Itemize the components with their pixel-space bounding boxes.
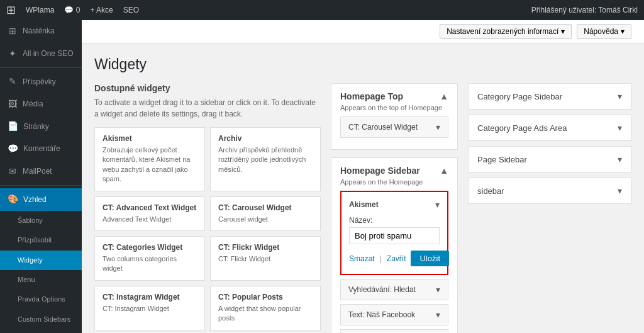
sidebar-item-sablony[interactable]: Šablony	[0, 211, 82, 230]
widget-card-flickr[interactable]: CT: Flickr Widget CT: Flickr Widget	[210, 236, 321, 281]
placed-widget-search[interactable]: Vyhledávání: Hledat ▾	[340, 279, 448, 300]
akismet-name-input[interactable]	[349, 227, 440, 244]
right-area-sidebar[interactable]: sidebar ▾	[468, 178, 631, 204]
akismet-expanded-widget: Akismet ▾ Název: Smazat | Zavřít Uložit	[340, 191, 448, 275]
sidebar-item-stranky[interactable]: 📄 Stránky	[0, 115, 82, 138]
placed-widget-expand[interactable]: ▾	[436, 122, 440, 132]
sidebar-item-editor[interactable]: Editor	[0, 329, 82, 333]
right-area-category-ads[interactable]: Category Page Ads Area ▾	[468, 115, 631, 141]
sidebar-label-menu: Menu	[18, 275, 35, 285]
placed-widget-name: CT: Carousel Widget	[348, 123, 418, 132]
comments-icon: 💬	[8, 143, 18, 155]
comments-count: 0	[76, 6, 80, 14]
widget-card-title: Akismet	[103, 134, 197, 143]
sidebar-item-widgety[interactable]: Widgety	[0, 251, 82, 270]
sidebar-label-custom-sidebars: Custom Sidebars	[18, 315, 70, 324]
logged-in-user: Přihlášený uživatel: Tomáš Cirkl	[531, 6, 638, 14]
widget-card-desc: CT: Flickr Widget	[218, 254, 313, 264]
sidebar-item-prizpusobit[interactable]: Přizpůsobit	[0, 230, 82, 250]
display-settings-button[interactable]: Nastavení zobrazených informací ▾	[440, 24, 572, 39]
widget-card-desc: Archiv příspěvků přehledně roztříděný po…	[218, 145, 313, 174]
site-name[interactable]: WPlama	[26, 6, 54, 14]
seo-icon: ✦	[8, 48, 18, 60]
placed-widget-facebook[interactable]: Text: Náš Facebook ▾	[340, 304, 448, 325]
available-widgets-heading: Dostupné widgety	[94, 83, 321, 93]
widget-card-archiv[interactable]: Archiv Archiv příspěvků přehledně roztří…	[210, 127, 321, 191]
mailpoet-icon: ✉	[8, 166, 18, 178]
sidebar-label-vzhled: Vzhled	[23, 195, 47, 205]
sidebar-label-allinoneseo: All in One SEO	[23, 48, 74, 59]
menu-separator-1	[0, 67, 82, 68]
chevron-down-icon-help: ▾	[621, 27, 625, 36]
homepage-top-toggle[interactable]: ▲	[440, 91, 448, 101]
chevron-down-icon: ▾	[561, 27, 565, 36]
sidebar-areas-panel: Homepage Top ▲ Appears on the top of Hom…	[331, 83, 458, 333]
sidebar-item-allinoneseo[interactable]: ✦ All in One SEO	[0, 43, 82, 65]
widget-card-desc: Carousel widget	[218, 215, 313, 224]
comments-icon[interactable]: 💬 0	[64, 6, 80, 14]
seo-link[interactable]: SEO	[123, 6, 139, 14]
widget-card-desc: Advanced Text Widget	[103, 215, 197, 224]
sidebar-item-nastenkа[interactable]: ⊞ Nástěnka	[0, 20, 82, 43]
widget-card-desc: Two columns categories widget	[103, 254, 197, 274]
widget-card-popular-posts[interactable]: CT: Popular Posts A widget that show pop…	[210, 286, 321, 330]
akismet-delete-link[interactable]: Smazat	[349, 254, 375, 263]
homepage-sidebar-title: Homepage Sidebar	[340, 166, 420, 176]
widget-card-desc: A widget that show popular posts	[218, 304, 313, 324]
widget-grid: Akismet Zobrazuje celkový počet komentář…	[94, 127, 321, 333]
homepage-top-title: Homepage Top	[340, 91, 403, 101]
search-widget-expand[interactable]: ▾	[436, 285, 440, 295]
widget-card-carousel[interactable]: CT: Carousel Widget Carousel widget	[210, 196, 321, 231]
sidebar-item-pravda-options[interactable]: Pravda Options	[0, 290, 82, 309]
pages-icon: 📄	[8, 120, 18, 133]
widget-card-title: CT: Instagram Widget	[103, 293, 197, 302]
right-area-category-sidebar[interactable]: Category Page Sidebar ▾	[468, 83, 631, 110]
widget-card-title: CT: Popular Posts	[218, 293, 313, 302]
page-sidebar-toggle[interactable]: ▾	[618, 154, 622, 164]
sidebar-item-mailpoet[interactable]: ✉ MailPoet	[0, 161, 82, 183]
akismet-collapse-toggle[interactable]: ▾	[435, 200, 440, 210]
widget-card-title: CT: Flickr Widget	[218, 243, 313, 252]
homepage-sidebar-header: Homepage Sidebar ▲	[340, 166, 448, 176]
placed-widget-carousel[interactable]: CT: Carousel Widget ▾	[340, 116, 448, 138]
homepage-top-header: Homepage Top ▲	[340, 91, 448, 101]
widgets-layout: Dostupné widgety To activate a widget dr…	[94, 83, 631, 333]
sidebar-item-media[interactable]: 🖼 Média	[0, 93, 82, 116]
display-settings-label: Nastavení zobrazených informací	[447, 27, 558, 36]
widget-card-title: Archiv	[218, 134, 313, 143]
widget-separator: |	[380, 254, 382, 263]
widget-card-categories[interactable]: CT: Categories Widget Two columns catego…	[94, 236, 205, 281]
help-label: Nápověda	[584, 27, 618, 36]
right-area-label-category-ads: Category Page Ads Area	[477, 123, 567, 133]
sidebar-item-menu[interactable]: Menu	[0, 270, 82, 290]
homepage-sidebar-area: Homepage Sidebar ▲ Appears on the Homepa…	[331, 157, 458, 333]
sidebar-toggle[interactable]: ▾	[618, 186, 622, 196]
sidebar-item-prispevky[interactable]: ✎ Příspěvky	[0, 71, 82, 93]
akismet-widget-actions: Smazat | Zavřít Uložit	[349, 251, 440, 266]
widget-card-advanced-text[interactable]: CT: Advanced Text Widget Advanced Text W…	[94, 196, 205, 231]
widget-card-desc: Zobrazuje celkový počet komentářů, které…	[103, 145, 197, 184]
widget-card-desc: CT: Instagram Widget	[103, 304, 197, 313]
category-ads-toggle[interactable]: ▾	[618, 123, 622, 133]
akismet-save-button[interactable]: Uložit	[411, 251, 449, 266]
placed-widget-mailpoet[interactable]: MailPoet Subscription Form: Od... ▾	[340, 329, 448, 333]
homepage-sidebar-toggle[interactable]: ▲	[440, 166, 448, 176]
sidebar-item-vzhled[interactable]: 🎨 Vzhled	[0, 188, 82, 211]
sidebar-item-custom-sidebars[interactable]: Custom Sidebars	[0, 310, 82, 329]
right-area-page-sidebar[interactable]: Page Sidebar ▾	[468, 146, 631, 172]
widget-card-akismet[interactable]: Akismet Zobrazuje celkový počet komentář…	[94, 127, 205, 191]
help-button[interactable]: Nápověda ▾	[577, 24, 631, 39]
sidebar-item-komentare[interactable]: 💬 Komentáře	[0, 138, 82, 161]
available-widgets-panel: Dostupné widgety To activate a widget dr…	[94, 83, 321, 333]
akismet-close-link[interactable]: Zavřít	[387, 254, 406, 263]
category-sidebar-toggle[interactable]: ▾	[618, 91, 622, 101]
admin-bar: ⊞ WPlama 💬 0 + Akce SEO Přihlášený uživa…	[0, 0, 644, 20]
placed-widget-name-facebook: Text: Náš Facebook	[348, 310, 415, 319]
posts-icon: ✎	[8, 76, 18, 88]
main-content: Nastavení zobrazených informací ▾ Nápově…	[82, 20, 644, 333]
sidebar-label-widgety: Widgety	[18, 256, 43, 265]
right-areas-panel: Category Page Sidebar ▾ Category Page Ad…	[468, 83, 631, 333]
widget-card-instagram[interactable]: CT: Instagram Widget CT: Instagram Widge…	[94, 286, 205, 330]
facebook-widget-expand[interactable]: ▾	[436, 310, 440, 320]
add-new-link[interactable]: + Akce	[90, 6, 113, 14]
